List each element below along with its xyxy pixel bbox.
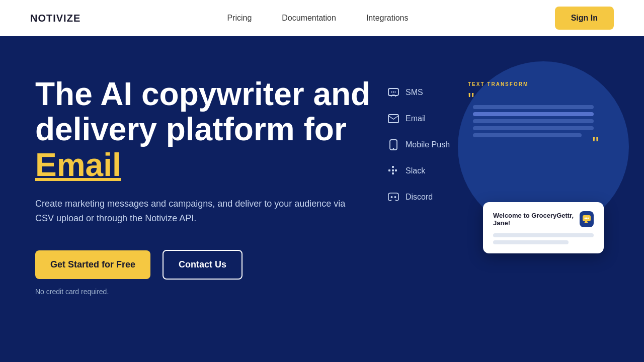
hero-left: The AI copywriter and delivery platform … <box>35 71 387 362</box>
svg-point-16 <box>586 218 588 219</box>
svg-point-6 <box>393 148 394 149</box>
nav-links: Pricing Documentation Integrations <box>227 14 408 23</box>
sms-label: SMS <box>406 88 423 97</box>
svg-point-17 <box>588 218 589 219</box>
hero-buttons: Get Started for Free Contact Us <box>35 250 387 280</box>
svg-point-15 <box>585 218 586 219</box>
text-transform-card: TEXT TRANSFORM " " <box>468 81 599 153</box>
nav-documentation[interactable]: Documentation <box>282 14 336 23</box>
nav-pricing[interactable]: Pricing <box>227 14 252 23</box>
svg-rect-11 <box>395 169 397 171</box>
slack-label: Slack <box>406 166 425 175</box>
no-credit-card-text: No credit card required. <box>35 288 387 296</box>
svg-point-13 <box>394 196 396 198</box>
sms-icon <box>387 86 399 99</box>
hero-title-highlight: Email <box>35 147 121 183</box>
channel-discord: Discord <box>387 191 450 203</box>
svg-rect-10 <box>392 172 394 174</box>
svg-rect-9 <box>392 169 394 171</box>
discord-icon <box>387 191 399 203</box>
hero-section: The AI copywriter and delivery platform … <box>0 36 644 362</box>
svg-point-3 <box>394 92 395 93</box>
notif-line-1 <box>493 233 594 237</box>
notif-header: Welcome to GroceryGettr, Jane! <box>493 211 594 227</box>
chat-icon <box>582 215 591 224</box>
hero-right: SMS Email <box>387 71 609 362</box>
tt-line-1 <box>473 105 594 109</box>
mobile-icon <box>387 139 399 151</box>
notif-line-2 <box>493 240 569 244</box>
text-transform-label: TEXT TRANSFORM <box>468 81 599 87</box>
navbar: NOTIVIZE Pricing Documentation Integrati… <box>0 0 644 36</box>
tt-line-3 <box>473 119 594 123</box>
tt-line-5 <box>473 133 582 137</box>
discord-label: Discord <box>406 193 433 202</box>
channel-list: SMS Email <box>387 81 450 203</box>
contact-us-button[interactable]: Contact Us <box>163 250 243 280</box>
tt-lines <box>468 105 599 137</box>
signin-button[interactable]: Sign In <box>555 7 614 30</box>
svg-rect-8 <box>392 166 394 168</box>
tt-line-4 <box>473 126 594 130</box>
svg-rect-7 <box>388 169 390 171</box>
channel-slack: Slack <box>387 165 450 177</box>
hero-subtitle: Create marketing messages and campaigns,… <box>35 197 347 226</box>
channel-sms: SMS <box>387 86 450 99</box>
quote-right-icon: " <box>468 135 599 153</box>
slack-icon <box>387 165 399 177</box>
notif-icon-box <box>580 211 594 227</box>
svg-point-12 <box>391 196 393 198</box>
notif-title: Welcome to GroceryGettr, Jane! <box>493 212 580 227</box>
logo: NOTIVIZE <box>30 13 80 24</box>
hero-title-text: The AI copywriter and delivery platform … <box>35 76 370 147</box>
hero-title: The AI copywriter and delivery platform … <box>35 76 387 183</box>
email-label: Email <box>406 114 426 123</box>
get-started-button[interactable]: Get Started for Free <box>35 250 150 279</box>
nav-integrations[interactable]: Integrations <box>366 14 409 23</box>
svg-point-2 <box>393 92 394 93</box>
notification-card: Welcome to GroceryGettr, Jane! <box>483 202 604 253</box>
mobile-push-label: Mobile Push <box>406 140 450 149</box>
email-icon <box>387 113 399 125</box>
channel-mobile-push: Mobile Push <box>387 139 450 151</box>
notif-lines <box>493 233 594 244</box>
tt-line-2 <box>473 112 594 116</box>
svg-point-1 <box>391 92 392 93</box>
svg-rect-4 <box>388 115 398 123</box>
channel-email: Email <box>387 113 450 125</box>
